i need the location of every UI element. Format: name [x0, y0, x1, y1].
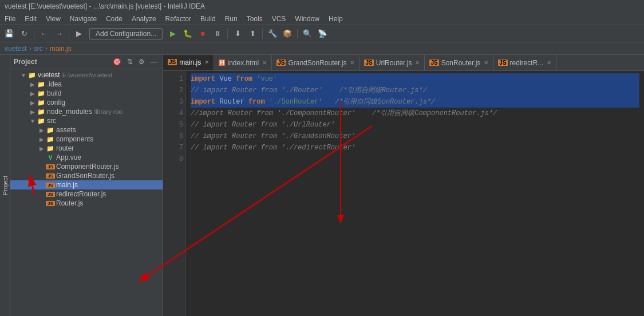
sidebar: Project Project 🎯 ⇅ ⚙ — ▼ 📁 vuetest E:\v… — [0, 55, 163, 316]
menu-item-analyze[interactable]: Analyze — [127, 14, 161, 24]
tab-urlrouter-close[interactable]: ✕ — [415, 60, 420, 66]
assets-arrow: ▶ — [38, 127, 46, 133]
assets-label: assets — [56, 126, 76, 134]
redirectrouter-label: redirectRouter.js — [56, 190, 106, 198]
tab-grandsonrouter[interactable]: JS GrandSonRouter.js ✕ — [272, 55, 359, 70]
tab-sonrouter-close[interactable]: ✕ — [484, 60, 488, 66]
menu-item-view[interactable]: View — [41, 14, 65, 24]
tree-grandsonrouter[interactable]: ▶ JS GrandSonRouter.js — [10, 171, 163, 180]
sidebar-gear-btn[interactable]: ⚙ — [137, 57, 147, 66]
tab-sonrouter[interactable]: JS SonRouter.js ✕ — [425, 55, 493, 70]
back-btn[interactable]: ← — [37, 27, 51, 41]
code-content[interactable]: import Vue from 'vue' // import Router f… — [186, 71, 644, 316]
tree-assets[interactable]: ▶ 📁 assets — [10, 125, 163, 135]
sidebar-close-btn[interactable]: — — [149, 57, 159, 66]
toolbar-sep-1 — [34, 29, 34, 39]
tree-root[interactable]: ▼ 📁 vuetest E:\vuetest\vuetest — [10, 70, 163, 80]
components-folder-icon: 📁 — [46, 136, 55, 143]
play-btn[interactable]: ▶ — [166, 27, 180, 41]
add-config-button[interactable]: Add Configuration... — [89, 28, 163, 40]
toolbar: 💾 ↻ ← → ▶ Add Configuration... ▶ 🐛 ■ ⏸ ⬇… — [0, 25, 644, 42]
save-btn[interactable]: 💾 — [2, 27, 16, 41]
tab-grandsonrouter-icon: JS — [276, 60, 286, 66]
menu-item-vcs[interactable]: VCS — [267, 14, 291, 24]
sidebar-locate-btn[interactable]: 🎯 — [111, 57, 123, 66]
menu-item-code[interactable]: Code — [101, 14, 127, 24]
menu-item-navigate[interactable]: Navigate — [65, 14, 101, 24]
stop-btn[interactable]: ■ — [196, 27, 210, 41]
tree-app-vue[interactable]: ▶ V App.vue — [10, 153, 163, 162]
code-editor[interactable]: 1 2 3 4 5 6 7 8 import Vue from 'vue' — [163, 71, 644, 316]
fwd-btn[interactable]: → — [52, 27, 66, 41]
tree-redirectrouter[interactable]: ▶ JS redirectRouter.js — [10, 189, 163, 199]
vertical-tabs: Project — [0, 55, 10, 316]
tab-main-js[interactable]: JS main.js ✕ — [163, 55, 214, 70]
project-tree: ▼ 📁 vuetest E:\vuetest\vuetest ▶ 📁 .idea — [10, 69, 163, 316]
sidebar-expand-btn[interactable]: ⇅ — [125, 57, 135, 66]
menu-item-build[interactable]: Build — [196, 14, 220, 24]
run-icon[interactable]: ▶ — [72, 27, 86, 41]
root-arrow: ▼ — [19, 72, 27, 78]
root-folder-icon: 📁 — [27, 72, 37, 79]
menu-item-file[interactable]: File — [0, 14, 20, 24]
tab-index-html-close[interactable]: ✕ — [262, 60, 267, 66]
annotation-arrow-svg — [22, 115, 56, 116]
tab-grandsonrouter-close[interactable]: ✕ — [350, 60, 354, 66]
src-arrow: ▼ — [29, 118, 37, 124]
menu-bar: FileEditViewNavigateCodeAnalyzeRefactorB… — [0, 13, 644, 25]
sdk-btn[interactable]: 📦 — [280, 27, 294, 41]
code-line-8 — [191, 153, 639, 165]
tab-bar: JS main.js ✕ H index.html ✕ JS GrandSonR… — [163, 55, 644, 71]
menu-item-run[interactable]: Run — [220, 14, 242, 24]
breadcrumb-src[interactable]: src — [34, 45, 43, 53]
tree-router[interactable]: ▶ 📁 router — [10, 144, 163, 153]
menu-item-help[interactable]: Help — [324, 14, 347, 24]
tree-main-js[interactable]: ▶ JS main.js — [10, 180, 163, 189]
title-text: vuetest [E:\vuetest\vuetest] - ...\src\m… — [5, 2, 205, 10]
remote-btn[interactable]: 📡 — [315, 27, 329, 41]
tree-components[interactable]: ▶ 📁 components — [10, 135, 163, 144]
menu-item-refactor[interactable]: Refactor — [161, 14, 196, 24]
mainjs-icon: JS — [46, 183, 55, 188]
assets-folder-icon: 📁 — [46, 127, 55, 134]
download-btn[interactable]: ⬇ — [231, 27, 244, 41]
pause-btn[interactable]: ⏸ — [211, 27, 224, 41]
tab-index-html[interactable]: H index.html ✕ — [214, 55, 272, 70]
grandsonrouter-icon: JS — [46, 173, 55, 179]
code-line-5: // import Router from './UrlRouter' — [191, 119, 639, 131]
menu-item-window[interactable]: Window — [290, 14, 324, 24]
components-label: components — [56, 135, 93, 143]
breadcrumb: vuetest › src › main.js — [0, 42, 644, 55]
tab-redirectrouter[interactable]: JS redirectR... ✕ — [493, 55, 556, 70]
root-path: E:\vuetest\vuetest — [62, 72, 112, 78]
menu-item-edit[interactable]: Edit — [20, 14, 41, 24]
sidebar-header: Project 🎯 ⇅ ⚙ — — [10, 55, 163, 69]
debug-btn[interactable]: 🐛 — [181, 27, 195, 41]
upload-btn[interactable]: ⬆ — [246, 27, 259, 41]
sync-btn[interactable]: ↻ — [17, 27, 31, 41]
menu-item-tools[interactable]: Tools — [242, 14, 267, 24]
tree-idea[interactable]: ▶ 📁 .idea — [10, 80, 163, 89]
tab-redirectrouter-close[interactable]: ✕ — [547, 60, 551, 66]
tab-grandsonrouter-label: GrandSonRouter.js — [288, 59, 346, 67]
search-btn[interactable]: 🔍 — [301, 27, 314, 41]
title-bar: vuetest [E:\vuetest\vuetest] - ...\src\m… — [0, 0, 644, 13]
breadcrumb-mainjs[interactable]: main.js — [50, 45, 72, 53]
tree-build[interactable]: ▶ 📁 build — [10, 89, 163, 98]
tab-urlrouter[interactable]: JS UrlRouter.js ✕ — [359, 55, 425, 70]
tab-main-js-close[interactable]: ✕ — [204, 59, 209, 65]
node-modules-suffix: library roo — [94, 108, 123, 115]
components-arrow: ▶ — [38, 136, 46, 143]
build-label: build — [47, 89, 61, 97]
router-arrow: ▶ — [38, 145, 46, 152]
breadcrumb-vuetest[interactable]: vuetest — [5, 45, 27, 53]
tree-config[interactable]: ▶ 📁 config — [10, 98, 163, 107]
tree-routerjs[interactable]: ▶ JS Router.js — [10, 199, 163, 208]
main-layout: Project Project 🎯 ⇅ ⚙ — ▼ 📁 vuetest E:\v… — [0, 55, 644, 316]
tree-src[interactable]: ▼ 📁 src — [10, 116, 163, 125]
tree-componentrouter[interactable]: ▶ JS ComponentRouter.js — [10, 162, 163, 171]
code-line-6: // import Router from './GrandsonRouter' — [191, 131, 639, 142]
project-tab[interactable]: Project — [1, 171, 10, 200]
config-arrow: ▶ — [29, 100, 37, 106]
tools-btn[interactable]: 🔧 — [266, 27, 279, 41]
